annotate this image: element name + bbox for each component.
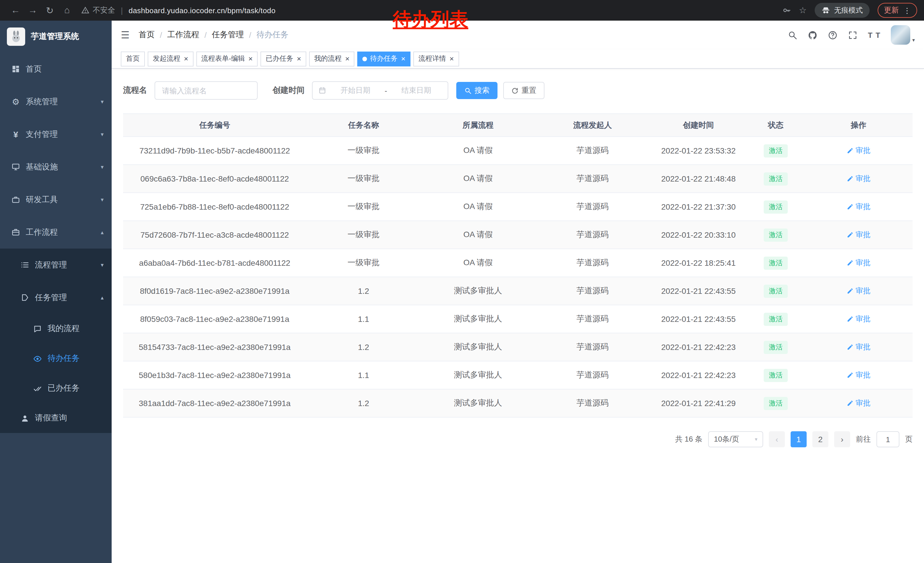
breadcrumb-item[interactable]: 工作流程 xyxy=(167,30,199,40)
end-date-placeholder: 结束日期 xyxy=(390,86,442,96)
task-id-cell: 75d72608-7b7f-11ec-a3c8-acde48001122 xyxy=(123,221,306,249)
sidebar-collapse-icon[interactable]: ☰ xyxy=(121,29,130,41)
date-range-picker[interactable]: 开始日期 - 结束日期 xyxy=(312,81,448,100)
search-button[interactable]: 搜索 xyxy=(456,82,498,99)
table-row: 8f059c03-7ac8-11ec-a9e2-a2380e71991a1.1测… xyxy=(123,305,912,333)
tab-2[interactable]: 流程表单-编辑× xyxy=(196,51,258,66)
page-button-2[interactable]: 2 xyxy=(812,431,828,447)
next-page-button[interactable]: › xyxy=(834,431,850,447)
sidebar-item-process-mgmt[interactable]: 流程管理 ▾ xyxy=(0,249,112,281)
tab-label: 待办任务 xyxy=(370,54,398,63)
task-id-cell: 069c6a63-7b8a-11ec-8ef0-acde48001122 xyxy=(123,165,306,193)
address-bar[interactable]: dashboard.yudao.iocoder.cn/bpm/task/todo xyxy=(129,6,275,15)
approve-button[interactable]: 审批 xyxy=(846,286,870,296)
sidebar-item-leave-query[interactable]: 请假查询 xyxy=(0,403,112,433)
tab-1[interactable]: 发起流程× xyxy=(148,51,193,66)
browser-menu-icon[interactable]: ⋮ xyxy=(903,6,911,15)
avatar[interactable] xyxy=(891,25,910,45)
created-cell: 2022-01-21 22:42:23 xyxy=(650,333,747,361)
tab-0[interactable]: 首页 xyxy=(121,51,145,66)
sidebar: 芋道管理系统 首页 ⚙ 系统管理 ▾ ¥ 支付管理 ▾ 基础设施 ▾ 研发工具 … xyxy=(0,21,112,563)
process-cell: OA 请假 xyxy=(421,165,535,193)
approve-button[interactable]: 审批 xyxy=(846,201,870,212)
close-icon[interactable]: × xyxy=(297,55,301,62)
user-menu[interactable]: ▾ xyxy=(891,25,915,45)
breadcrumb-item[interactable]: 任务管理 xyxy=(212,30,244,40)
sidebar-item-system[interactable]: ⚙ 系统管理 ▾ xyxy=(0,86,112,118)
github-icon[interactable] xyxy=(808,30,818,40)
approve-button[interactable]: 审批 xyxy=(846,146,870,156)
home-button[interactable]: ⌂ xyxy=(58,5,76,15)
password-key-icon[interactable] xyxy=(782,6,791,15)
approve-button[interactable]: 审批 xyxy=(846,398,870,408)
process-name-field[interactable] xyxy=(154,81,258,100)
approve-button[interactable]: 审批 xyxy=(846,230,870,240)
edit-icon xyxy=(846,315,853,323)
incognito-icon xyxy=(822,6,830,15)
tab-label: 流程详情 xyxy=(418,54,446,63)
breadcrumb-separator: / xyxy=(160,30,162,39)
process-cell: 测试多审批人 xyxy=(421,333,535,361)
back-button[interactable]: ← xyxy=(7,5,24,15)
reload-button[interactable]: ↻ xyxy=(41,5,58,16)
table-row: 069c6a63-7b8a-11ec-8ef0-acde48001122一级审批… xyxy=(123,165,912,193)
close-icon[interactable]: × xyxy=(248,55,252,62)
status-badge: 激活 xyxy=(764,256,788,269)
sidebar-item-home[interactable]: 首页 xyxy=(0,53,112,86)
prev-page-button[interactable]: ‹ xyxy=(769,431,785,447)
sidebar-item-todo-task[interactable]: 待办任务 xyxy=(0,344,112,374)
close-icon[interactable]: × xyxy=(449,55,454,62)
tab-label: 流程表单-编辑 xyxy=(201,54,245,63)
tab-5[interactable]: 待办任务× xyxy=(357,51,411,66)
created-cell: 2022-01-22 23:53:32 xyxy=(650,137,747,165)
reset-button[interactable]: 重置 xyxy=(503,82,544,99)
close-icon[interactable]: × xyxy=(401,55,405,62)
font-size-icon[interactable]: T T xyxy=(868,31,881,39)
fullscreen-icon[interactable] xyxy=(848,30,858,40)
forward-button[interactable]: → xyxy=(24,5,41,15)
process-name-input[interactable] xyxy=(162,86,250,95)
approve-button[interactable]: 审批 xyxy=(846,370,870,380)
sidebar-item-payment[interactable]: ¥ 支付管理 ▾ xyxy=(0,118,112,151)
approve-button[interactable]: 审批 xyxy=(846,258,870,268)
tab-4[interactable]: 我的流程× xyxy=(309,51,355,66)
sidebar-item-label: 任务管理 xyxy=(35,293,67,303)
table-row: 725a1eb6-7b88-11ec-8ef0-acde48001122一级审批… xyxy=(123,193,912,221)
task-id-cell: 8f059c03-7ac8-11ec-a9e2-a2380e71991a xyxy=(123,305,306,333)
goto-page-input[interactable] xyxy=(876,431,899,447)
search-icon[interactable] xyxy=(788,30,798,40)
sidebar-item-workflow[interactable]: 工作流程 ▴ xyxy=(0,216,112,249)
close-icon[interactable]: × xyxy=(184,55,188,62)
page-button-1[interactable]: 1 xyxy=(790,431,807,447)
refresh-icon xyxy=(511,87,519,94)
breadcrumb-item[interactable]: 首页 xyxy=(139,30,155,40)
col-initiator: 流程发起人 xyxy=(535,114,650,137)
bookmark-star-icon[interactable]: ☆ xyxy=(799,5,807,15)
approve-button[interactable]: 审批 xyxy=(846,342,870,352)
tab-3[interactable]: 已办任务× xyxy=(261,51,306,66)
approve-button[interactable]: 审批 xyxy=(846,314,870,324)
sidebar-item-my-process[interactable]: 我的流程 xyxy=(0,314,112,344)
chevron-down-icon: ▾ xyxy=(101,262,104,268)
page-size-select[interactable]: 10条/页 ▾ xyxy=(708,431,763,447)
sidebar-item-label: 待办任务 xyxy=(48,353,80,364)
security-indicator[interactable]: 不安全 xyxy=(81,5,115,15)
task-name-cell: 一级审批 xyxy=(306,221,421,249)
filter-bar: 流程名 创建时间 开始日期 - 结束日期 搜索 重置 xyxy=(123,81,912,100)
sidebar-item-dev-tools[interactable]: 研发工具 ▾ xyxy=(0,183,112,216)
update-button[interactable]: 更新 ⋮ xyxy=(878,3,917,18)
create-time-label: 创建时间 xyxy=(273,86,304,96)
action-cell: 审批 xyxy=(804,193,912,221)
sidebar-item-infrastructure[interactable]: 基础设施 ▾ xyxy=(0,151,112,183)
close-icon[interactable]: × xyxy=(345,55,350,62)
sidebar-item-task-mgmt[interactable]: 任务管理 ▴ xyxy=(0,281,112,314)
app-logo[interactable]: 芋道管理系统 xyxy=(0,21,112,53)
approve-button[interactable]: 审批 xyxy=(846,174,870,184)
tab-6[interactable]: 流程详情× xyxy=(413,51,459,66)
sidebar-item-done-task[interactable]: 已办任务 xyxy=(0,374,112,403)
sidebar-item-label: 请假查询 xyxy=(35,413,67,423)
status-cell: 激活 xyxy=(747,137,804,165)
tags-view: 首页发起流程×流程表单-编辑×已办任务×我的流程×待办任务×流程详情× xyxy=(112,49,924,69)
action-cell: 审批 xyxy=(804,249,912,277)
help-icon[interactable] xyxy=(828,30,837,40)
